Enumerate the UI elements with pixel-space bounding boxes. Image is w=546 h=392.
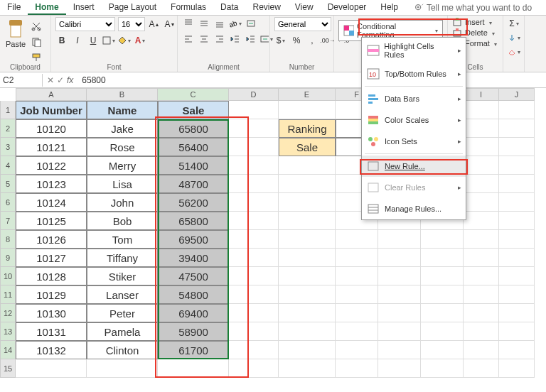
cell-D4[interactable] — [229, 156, 279, 175]
underline-button[interactable]: U — [87, 34, 100, 47]
cell-I9[interactable] — [464, 249, 499, 267]
cell-H8[interactable] — [421, 230, 464, 249]
comma-format-icon[interactable]: , — [306, 34, 318, 47]
cell-A11[interactable]: 10129 — [16, 285, 87, 304]
cell-G8[interactable] — [378, 230, 421, 249]
cell-E10[interactable] — [279, 267, 336, 285]
align-bottom-icon[interactable] — [213, 17, 226, 30]
cell-J12[interactable] — [499, 304, 535, 322]
menu-new-rule[interactable]: New Rule... — [362, 156, 466, 177]
cell-J5[interactable] — [499, 175, 535, 193]
clear-icon[interactable] — [508, 45, 520, 58]
cell-B11[interactable]: Lanser — [87, 285, 158, 304]
cell-C13[interactable]: 58900 — [158, 322, 229, 341]
cell-A8[interactable]: 10126 — [16, 230, 87, 249]
cell-I6[interactable] — [464, 193, 499, 212]
row-header-10[interactable]: 10 — [0, 267, 16, 285]
cell-I11[interactable] — [464, 285, 499, 304]
tab-formulas[interactable]: Formulas — [164, 0, 213, 15]
cell-D3[interactable] — [229, 138, 279, 156]
cell-C1[interactable]: Sale — [158, 101, 229, 119]
cell-A13[interactable]: 10131 — [16, 322, 87, 341]
col-header-A[interactable]: A — [16, 88, 87, 101]
copy-icon[interactable] — [30, 36, 43, 48]
font-name-select[interactable]: Calibri — [55, 17, 115, 31]
formula-input[interactable]: 65800 — [77, 74, 546, 87]
cell-J2[interactable] — [499, 119, 535, 138]
col-header-B[interactable]: B — [87, 88, 158, 101]
cell-B15[interactable] — [87, 359, 158, 378]
cell-C7[interactable]: 65800 — [158, 212, 229, 230]
menu-highlight-cells-rules[interactable]: Highlight Cells Rules▸ — [362, 38, 466, 63]
delete-cells-button[interactable]: Delete — [452, 28, 495, 38]
cell-I1[interactable] — [464, 101, 499, 119]
cell-D2[interactable] — [229, 119, 279, 138]
cell-A4[interactable]: 10122 — [16, 156, 87, 175]
cell-A10[interactable]: 10128 — [16, 267, 87, 285]
menu-clear-rules[interactable]: Clear Rules▸ — [362, 177, 466, 198]
col-header-C[interactable]: C — [158, 88, 229, 101]
cell-G14[interactable] — [378, 341, 421, 359]
cell-A6[interactable]: 10124 — [16, 193, 87, 212]
cell-A1[interactable]: Job Number — [16, 101, 87, 119]
cell-E7[interactable] — [279, 212, 336, 230]
insert-cells-button[interactable]: Insert — [452, 17, 492, 27]
tab-home[interactable]: Home — [28, 0, 65, 15]
align-left-icon[interactable] — [182, 33, 195, 45]
border-button[interactable] — [102, 34, 115, 47]
cell-J9[interactable] — [499, 249, 535, 267]
number-format-select[interactable]: General — [274, 17, 331, 31]
menu-data-bars[interactable]: Data Bars▸ — [362, 88, 466, 109]
cell-I13[interactable] — [464, 322, 499, 341]
tab-review[interactable]: Review — [245, 0, 287, 15]
cancel-formula-icon[interactable]: ✕ — [47, 75, 54, 85]
cell-G9[interactable] — [378, 249, 421, 267]
cell-E15[interactable] — [279, 359, 336, 378]
fill-icon[interactable] — [508, 31, 520, 44]
cell-G13[interactable] — [378, 322, 421, 341]
cell-B8[interactable]: Tom — [87, 230, 158, 249]
tab-view[interactable]: View — [288, 0, 321, 15]
cell-F14[interactable] — [336, 341, 378, 359]
tell-me-search[interactable]: Tell me what you want to do — [414, 0, 532, 15]
cell-A9[interactable]: 10127 — [16, 249, 87, 267]
cell-G15[interactable] — [378, 359, 421, 378]
cell-E1[interactable] — [279, 101, 336, 119]
cell-F8[interactable] — [336, 230, 378, 249]
cell-H9[interactable] — [421, 249, 464, 267]
row-header-13[interactable]: 13 — [0, 322, 16, 341]
cell-A3[interactable]: 10121 — [16, 138, 87, 156]
enter-formula-icon[interactable]: ✓ — [57, 75, 64, 85]
cell-D12[interactable] — [229, 304, 279, 322]
menu-top-bottom-rules[interactable]: 10Top/Bottom Rules▸ — [362, 63, 466, 85]
cell-E11[interactable] — [279, 285, 336, 304]
row-header-4[interactable]: 4 — [0, 156, 16, 175]
cell-C15[interactable] — [158, 359, 229, 378]
align-right-icon[interactable] — [213, 33, 226, 45]
cell-E2[interactable]: Ranking — [279, 119, 336, 138]
fill-color-button[interactable] — [118, 34, 131, 47]
cell-G11[interactable] — [378, 285, 421, 304]
cell-F11[interactable] — [336, 285, 378, 304]
cell-B6[interactable]: John — [87, 193, 158, 212]
cell-D10[interactable] — [229, 267, 279, 285]
cell-J14[interactable] — [499, 341, 535, 359]
cell-I12[interactable] — [464, 304, 499, 322]
row-header-1[interactable]: 1 — [0, 101, 16, 119]
col-header-E[interactable]: E — [279, 88, 336, 101]
cell-C6[interactable]: 56200 — [158, 193, 229, 212]
cell-B10[interactable]: Stiker — [87, 267, 158, 285]
cell-B3[interactable]: Rose — [87, 138, 158, 156]
row-header-3[interactable]: 3 — [0, 138, 16, 156]
cell-E9[interactable] — [279, 249, 336, 267]
cell-C9[interactable]: 39400 — [158, 249, 229, 267]
cell-A15[interactable] — [16, 359, 87, 378]
cell-C5[interactable]: 48700 — [158, 175, 229, 193]
increase-font-icon[interactable]: A▲ — [148, 18, 161, 31]
autosum-icon[interactable]: Σ — [508, 17, 520, 30]
cell-I7[interactable] — [464, 212, 499, 230]
cell-J4[interactable] — [499, 156, 535, 175]
decrease-indent-icon[interactable] — [229, 33, 242, 45]
italic-button[interactable]: I — [71, 34, 84, 47]
cell-J1[interactable] — [499, 101, 535, 119]
